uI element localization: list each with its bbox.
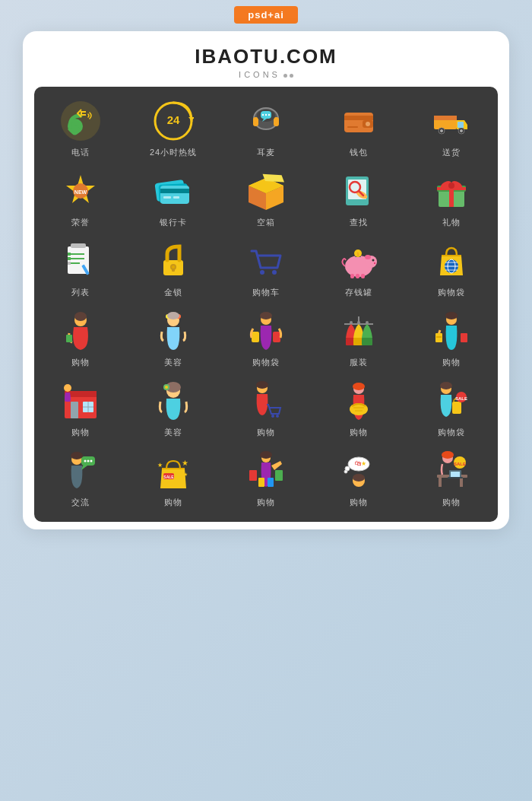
- shop8-icon: SALE: [429, 449, 473, 493]
- search-icon: [337, 169, 381, 213]
- svg-point-156: [442, 451, 454, 459]
- comm-icon: [59, 449, 103, 493]
- svg-rect-91: [273, 332, 280, 342]
- shop4-label: 购物袋: [438, 427, 465, 438]
- icon-cell-shop6: 购物: [225, 444, 307, 510]
- icon-cell-shoppingbag: 购物袋: [410, 234, 492, 300]
- piggy-icon: 1: [337, 239, 381, 283]
- cart-icon: [244, 239, 288, 283]
- svg-point-130: [440, 382, 452, 389]
- shop2-label: 购物: [257, 427, 275, 438]
- svg-point-112: [64, 384, 71, 392]
- 24h-label: 24小时热线: [150, 147, 197, 158]
- svg-text:★: ★: [182, 459, 188, 467]
- svg-point-116: [165, 386, 168, 389]
- wallet-label: 钱包: [350, 147, 368, 158]
- shop7-label: 购物: [350, 497, 368, 508]
- icon-cell-woman2: 购物袋: [225, 304, 307, 370]
- beauty2-label: 美容: [164, 427, 182, 438]
- svg-rect-30: [160, 186, 189, 204]
- shop7-icon: 🛍 ★: [337, 449, 381, 493]
- icon-cell-shop2: 购物: [225, 374, 307, 440]
- svg-rect-103: [436, 336, 442, 338]
- svg-point-149: [353, 474, 365, 482]
- icon-row-1: 电话 24 24小时热线: [34, 94, 498, 160]
- svg-rect-75: [356, 274, 359, 278]
- svg-text:NEW: NEW: [74, 189, 87, 195]
- list-icon: [59, 239, 103, 283]
- honor-label: 荣誉: [71, 217, 90, 228]
- svg-rect-127: [452, 402, 461, 414]
- svg-point-10: [262, 114, 264, 116]
- box-label: 空箱: [257, 217, 275, 228]
- svg-point-95: [350, 321, 353, 324]
- shop3-icon: [337, 379, 381, 423]
- svg-rect-161: [448, 477, 463, 478]
- woman1-label: 购物: [71, 357, 90, 368]
- icon-row-4: 购物 美容: [34, 304, 498, 370]
- shoppingbag2-label: 购物袋: [438, 287, 465, 298]
- icon-cell-headset: 耳麦: [225, 94, 307, 160]
- svg-text:SALE: SALE: [163, 475, 174, 479]
- svg-text:24: 24: [167, 113, 180, 126]
- shop5-label: 购物: [164, 497, 182, 508]
- icon-cell-clothes: 服装: [318, 304, 400, 370]
- icon-cell-woman3: 购物: [410, 304, 492, 370]
- svg-point-105: [445, 312, 458, 319]
- shop6-label: 购物: [257, 497, 275, 508]
- icon-cell-honor: NEW 荣誉: [40, 164, 122, 230]
- svg-point-12: [268, 114, 270, 116]
- beauty2-icon: [151, 379, 195, 423]
- svg-rect-14: [344, 116, 373, 120]
- bankcard-label: 银行卡: [160, 217, 187, 228]
- svg-point-63: [172, 265, 175, 269]
- svg-rect-33: [173, 196, 179, 199]
- phone-icon: [59, 99, 103, 143]
- card: IBAOTU.COM ICONS: [23, 31, 509, 529]
- wallet-icon: [337, 99, 381, 143]
- svg-text:SALE: SALE: [454, 462, 466, 466]
- 24h-icon: 24: [151, 99, 195, 143]
- truck-icon: [429, 99, 473, 143]
- icon-cell-shop7: 🛍 ★ 购物: [318, 444, 400, 510]
- icon-cell-24h: 24 24小时热线: [132, 94, 214, 160]
- svg-rect-32: [163, 196, 171, 199]
- clothes-label: 服装: [350, 357, 368, 368]
- svg-text:★: ★: [361, 460, 366, 467]
- icon-cell-lock: 金锁: [132, 234, 214, 300]
- svg-point-152: [344, 470, 347, 473]
- svg-rect-162: [451, 472, 460, 477]
- shop1-icon: [59, 379, 103, 423]
- icon-cell-woman1: 购物: [40, 304, 122, 370]
- svg-point-125: [353, 383, 365, 390]
- search-label: 查找: [350, 217, 368, 228]
- icon-cell-wallet: 钱包: [318, 94, 400, 160]
- box-icon: [244, 169, 288, 213]
- svg-rect-24: [458, 122, 464, 128]
- icon-row-6: 交流 SALE ★ ★ ★: [34, 444, 498, 510]
- svg-point-23: [460, 129, 463, 132]
- svg-rect-76: [361, 274, 365, 278]
- svg-rect-7: [274, 117, 279, 126]
- svg-rect-146: [268, 478, 274, 487]
- svg-rect-56: [68, 253, 71, 256]
- svg-rect-90: [252, 332, 259, 342]
- svg-rect-31: [160, 189, 189, 193]
- icon-cell-gift: 礼物: [410, 164, 492, 230]
- svg-point-92: [260, 312, 272, 319]
- svg-rect-145: [258, 478, 264, 487]
- comm-label: 交流: [71, 497, 90, 508]
- icon-cell-truck: 送货: [410, 94, 492, 160]
- icon-cell-search: 查找: [318, 164, 400, 230]
- beauty1-icon: [151, 309, 195, 353]
- truck-label: 送货: [442, 147, 461, 158]
- headset-label: 耳麦: [257, 147, 275, 158]
- svg-point-119: [276, 415, 279, 418]
- shop1-label: 购物: [71, 427, 90, 438]
- shop5-icon: SALE ★ ★ ★: [151, 449, 195, 493]
- icon-cell-shop3: 购物: [318, 374, 400, 440]
- svg-point-84: [74, 312, 87, 321]
- svg-rect-159: [460, 478, 463, 487]
- cart-label: 购物车: [252, 287, 280, 298]
- beauty1-label: 美容: [164, 357, 182, 368]
